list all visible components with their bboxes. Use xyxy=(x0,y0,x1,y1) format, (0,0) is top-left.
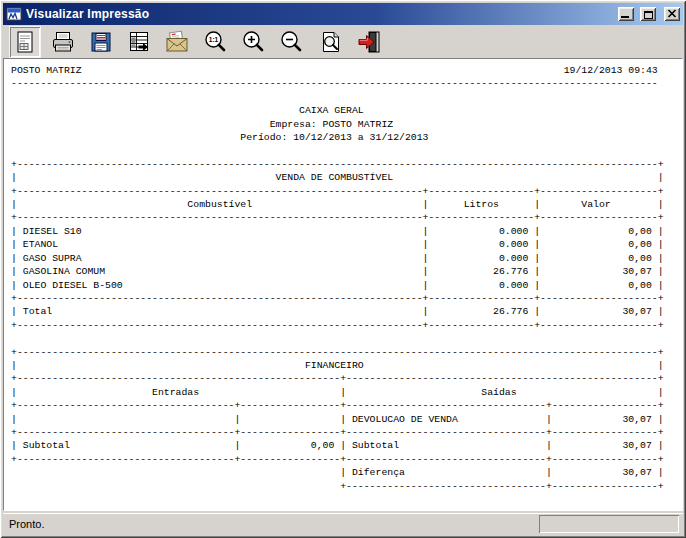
report-grid-icon xyxy=(126,29,152,55)
status-bar: Pronto. xyxy=(3,513,683,535)
window-title: Visualizar Impressão xyxy=(26,7,612,21)
floppy-disk-icon xyxy=(88,29,114,55)
minimize-icon xyxy=(621,16,629,18)
zoom-100-button[interactable]: 1:1 xyxy=(200,27,230,57)
window: Visualizar Impressão xyxy=(0,0,686,538)
title-bar[interactable]: Visualizar Impressão xyxy=(3,3,683,25)
search-button[interactable] xyxy=(316,27,346,57)
email-button[interactable] xyxy=(162,27,192,57)
svg-text:1:1: 1:1 xyxy=(209,36,219,43)
preview-viewport: POSTO MATRIZ 19/12/2013 09:43 ----------… xyxy=(3,58,683,511)
printer-icon xyxy=(50,29,76,55)
print-button[interactable] xyxy=(48,27,78,57)
maximize-icon xyxy=(644,11,653,19)
maximize-button[interactable] xyxy=(640,7,656,21)
envelope-icon xyxy=(164,29,190,55)
report-setup-button[interactable] xyxy=(124,27,154,57)
report-page: POSTO MATRIZ 19/12/2013 09:43 ----------… xyxy=(4,59,682,493)
zoom-in-button[interactable] xyxy=(238,27,268,57)
exit-button[interactable] xyxy=(354,27,384,57)
magnifier-plus-icon xyxy=(240,29,266,55)
status-panel xyxy=(539,515,679,533)
app-icon[interactable] xyxy=(6,6,22,22)
close-button[interactable] xyxy=(664,7,680,21)
magnifier-minus-icon xyxy=(278,29,304,55)
minimize-button[interactable] xyxy=(618,7,634,21)
close-icon xyxy=(664,7,680,21)
zoom-out-button[interactable] xyxy=(276,27,306,57)
status-text: Pronto. xyxy=(9,518,44,530)
magnifier-1to1-icon: 1:1 xyxy=(202,29,228,55)
save-button[interactable] xyxy=(86,27,116,57)
toolbar: 1:1 xyxy=(3,25,683,58)
preview-button[interactable] xyxy=(10,27,40,57)
page-magnifier-icon xyxy=(318,29,344,55)
page-preview-icon xyxy=(12,29,38,55)
exit-door-icon xyxy=(356,29,382,55)
